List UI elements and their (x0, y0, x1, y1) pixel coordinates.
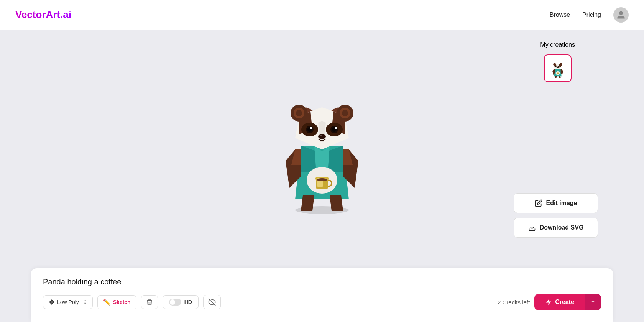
svg-point-50 (559, 63, 562, 66)
create-label: Create (555, 299, 574, 306)
create-button[interactable]: Create (534, 294, 585, 310)
create-dropdown-button[interactable] (585, 294, 601, 310)
edit-image-button[interactable]: Edit image (514, 193, 598, 213)
main-area: My creations (0, 30, 644, 322)
style-select[interactable]: Low Poly ▲ ▼ (43, 295, 93, 309)
style-chevrons: ▲ ▼ (84, 299, 87, 306)
svg-point-55 (556, 66, 556, 66)
download-svg-label: Download SVG (540, 224, 584, 231)
svg-point-56 (559, 66, 560, 66)
svg-point-28 (342, 110, 348, 116)
sketch-button[interactable]: ✏️ Sketch (97, 295, 136, 309)
eye-slash-button[interactable] (203, 295, 221, 309)
svg-point-36 (335, 127, 337, 129)
create-button-group: Create (534, 294, 601, 310)
svg-marker-42 (555, 76, 557, 78)
svg-marker-43 (559, 76, 560, 78)
toggle-circle (169, 299, 181, 306)
controls-row: Low Poly ▲ ▼ ✏️ Sketch (43, 294, 601, 310)
svg-marker-62 (546, 299, 551, 305)
sketch-label: Sketch (113, 299, 131, 305)
prompt-text: Panda holding a coffee (43, 278, 601, 286)
svg-rect-45 (557, 72, 559, 74)
svg-point-37 (318, 134, 326, 139)
download-svg-button[interactable]: Download SVG (514, 218, 598, 238)
panda-svg (264, 69, 380, 215)
lightning-icon (545, 299, 552, 306)
lowpoly-icon (49, 299, 55, 305)
svg-point-35 (310, 127, 312, 129)
panda-illustration (264, 69, 380, 215)
svg-marker-9 (330, 196, 343, 211)
svg-point-49 (553, 63, 556, 66)
style-label: Low Poly (57, 299, 79, 305)
my-creations-label: My creations (540, 41, 575, 48)
download-icon (528, 224, 536, 232)
pen-icon: ✏️ (103, 299, 111, 306)
user-avatar[interactable] (613, 7, 629, 23)
svg-rect-15 (317, 181, 323, 187)
action-buttons: Edit image Download SVG (514, 193, 598, 238)
edit-icon (535, 199, 542, 207)
trash-icon (146, 299, 153, 306)
thumbnail-panda-svg (548, 58, 568, 78)
hd-label: HD (184, 299, 192, 305)
hd-toggle[interactable]: HD (163, 295, 199, 309)
credits-text: 2 Credits left (498, 299, 530, 306)
svg-point-38 (320, 135, 322, 136)
delete-button[interactable] (141, 295, 158, 309)
avatar-icon (616, 10, 626, 20)
chevron-down-icon (590, 299, 596, 305)
logo[interactable]: VectorArt.ai (15, 9, 71, 21)
nav-browse[interactable]: Browse (550, 12, 570, 18)
svg-point-54 (559, 66, 560, 67)
edit-image-label: Edit image (546, 200, 577, 207)
svg-point-57 (557, 67, 559, 68)
nav: Browse Pricing (550, 7, 629, 23)
header: VectorArt.ai Browse Pricing (0, 0, 644, 30)
bottom-bar: Panda holding a coffee Low Poly ▲ ▼ ✏️ S… (31, 268, 613, 322)
svg-point-25 (296, 110, 302, 116)
creation-thumbnail[interactable] (544, 54, 572, 82)
svg-point-53 (555, 66, 557, 67)
right-panel: My creations (540, 41, 575, 82)
nav-pricing[interactable]: Pricing (582, 12, 601, 18)
eye-slash-icon (208, 298, 216, 306)
svg-marker-8 (301, 196, 314, 211)
canvas-area: My creations (0, 30, 644, 268)
